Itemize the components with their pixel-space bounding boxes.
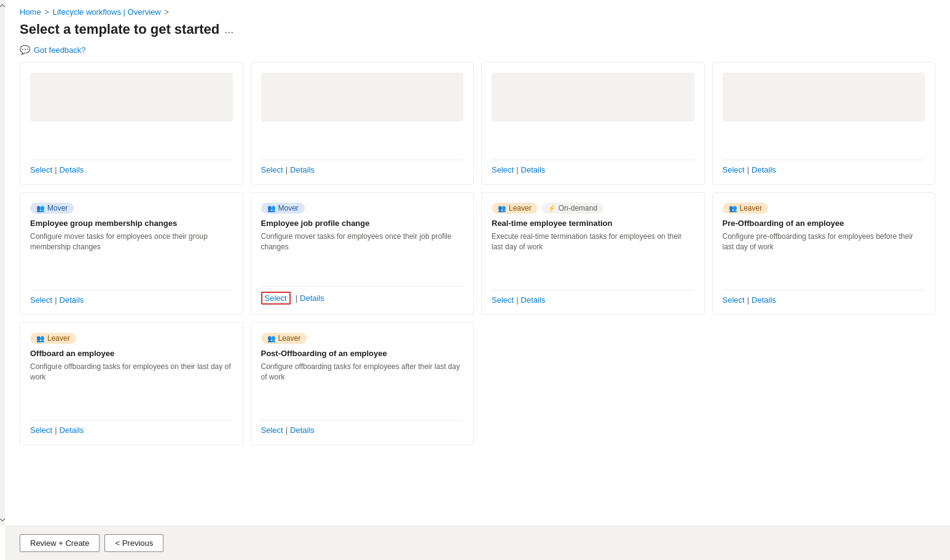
card-term-footer: Select | Details	[492, 290, 694, 305]
card-employee-group: 👥 Mover Employee group membership change…	[20, 192, 243, 315]
card-postoff-footer: Select | Details	[261, 420, 464, 435]
card-image-2	[261, 72, 464, 122]
feedback-row: 💬 Got feedback?	[5, 42, 950, 62]
leaver-icon-off: 👥	[36, 335, 45, 343]
card-group-footer: Select | Details	[30, 290, 233, 305]
card-r1-3: Select | Details	[481, 62, 705, 185]
card-r1-3-details[interactable]: Details	[521, 165, 546, 174]
card-offboard: 👥 Leaver Offboard an employee Configure …	[20, 322, 243, 445]
card-r1-1-footer: Select | Details	[30, 160, 233, 174]
leaver-icon-postoff: 👥	[267, 335, 276, 343]
leaver-icon-preoff: 👥	[729, 204, 737, 212]
card-r1-1-select[interactable]: Select	[30, 165, 52, 174]
card-r1-4-select[interactable]: Select	[723, 165, 745, 174]
cards-row-1: Select | Details Select | Details	[20, 62, 935, 185]
breadcrumb-lifecycle[interactable]: Lifecycle workflows | Overview	[53, 7, 161, 17]
card-group-select[interactable]: Select	[30, 295, 52, 305]
card-postoff-desc: Configure offboarding tasks for employee…	[261, 362, 464, 413]
card-off-title: Offboard an employee	[30, 349, 233, 358]
card-r1-4-footer: Select | Details	[723, 160, 925, 174]
card-preoff-details[interactable]: Details	[752, 295, 776, 305]
card-term-details[interactable]: Details	[521, 295, 546, 305]
card-r1-3-select[interactable]: Select	[492, 165, 514, 174]
card-preoff-badges: 👥 Leaver	[723, 203, 925, 214]
card-r1-1: Select | Details	[20, 62, 243, 185]
card-image-3	[492, 72, 694, 122]
card-term-desc: Execute real-time termination tasks for …	[492, 231, 694, 282]
card-job-footer: Select | Details	[261, 286, 464, 305]
card-job-badges: 👥 Mover	[261, 203, 464, 214]
card-job-profile: 👥 Mover Employee job profile change Conf…	[251, 192, 474, 315]
card-postoff-title: Post-Offboarding of an employee	[261, 349, 464, 358]
card-r1-2: Select | Details	[251, 62, 474, 185]
scroll-down-arrow	[0, 516, 5, 521]
page-title-row: Select a template to get started ...	[5, 19, 950, 42]
card-group-badges: 👥 Mover	[30, 203, 233, 214]
card-group-desc: Configure mover tasks for employees once…	[30, 231, 233, 282]
card-termination: 👥 Leaver ⚡ On-demand Real-time employee …	[481, 192, 705, 315]
card-r1-4: Select | Details	[712, 62, 936, 185]
badge-ondemand-term: ⚡ On-demand	[541, 203, 603, 214]
card-postoff-select[interactable]: Select	[261, 426, 283, 435]
left-sidebar-strip	[0, 0, 5, 526]
card-r1-4-details[interactable]: Details	[752, 165, 776, 174]
badge-mover-group: 👥 Mover	[30, 203, 74, 214]
card-r1-2-select[interactable]: Select	[261, 165, 283, 174]
card-job-desc: Configure mover tasks for employees once…	[261, 231, 464, 279]
badge-leaver-postoff: 👥 Leaver	[261, 333, 307, 344]
card-r1-2-footer: Select | Details	[261, 160, 464, 174]
card-post-offboarding: 👥 Leaver Post-Offboarding of an employee…	[251, 322, 474, 445]
page-title: Select a template to get started	[20, 21, 219, 37]
card-job-details[interactable]: Details	[300, 294, 324, 303]
card-pre-offboarding: 👥 Leaver Pre-Offboarding of an employee …	[712, 192, 936, 315]
breadcrumb-sep2: >	[165, 8, 169, 17]
badge-leaver-off: 👥 Leaver	[30, 333, 76, 344]
card-r1-2-details[interactable]: Details	[290, 165, 315, 174]
card-image-4	[723, 72, 925, 122]
mover-icon: 👥	[36, 204, 45, 212]
card-off-details[interactable]: Details	[60, 426, 84, 435]
card-job-title: Employee job profile change	[261, 219, 464, 228]
card-image-1	[30, 72, 233, 122]
card-postoff-details[interactable]: Details	[290, 426, 315, 435]
card-preoff-title: Pre-Offboarding of an employee	[723, 219, 925, 228]
card-term-title: Real-time employee termination	[492, 219, 694, 228]
card-off-select[interactable]: Select	[30, 426, 52, 435]
breadcrumb: Home > Lifecycle workflows | Overview >	[5, 0, 950, 19]
card-group-title: Employee group membership changes	[30, 219, 233, 228]
breadcrumb-sep1: >	[45, 8, 49, 17]
card-off-footer: Select | Details	[30, 420, 233, 435]
card-off-desc: Configure offboarding tasks for employee…	[30, 362, 233, 413]
scroll-up-arrow	[0, 4, 5, 9]
card-preoff-footer: Select | Details	[723, 290, 925, 305]
cards-row-2: 👥 Mover Employee group membership change…	[20, 192, 935, 315]
leaver-icon-term: 👥	[498, 204, 506, 212]
card-term-badges: 👥 Leaver ⚡ On-demand	[492, 203, 694, 214]
breadcrumb-home[interactable]: Home	[20, 7, 41, 17]
feedback-link[interactable]: Got feedback?	[34, 45, 86, 55]
review-create-button[interactable]: Review + Create	[20, 534, 100, 552]
mover-icon-job: 👥	[267, 204, 276, 212]
card-off-badges: 👥 Leaver	[30, 333, 233, 344]
card-preoff-desc: Configure pre-offboarding tasks for empl…	[723, 231, 925, 282]
card-preoff-select[interactable]: Select	[723, 295, 745, 305]
bottom-bar: Review + Create < Previous	[5, 526, 950, 560]
badge-leaver-term: 👥 Leaver	[492, 203, 538, 214]
badge-leaver-preoff: 👥 Leaver	[723, 203, 769, 214]
card-term-select[interactable]: Select	[492, 295, 514, 305]
card-r1-3-footer: Select | Details	[492, 160, 694, 174]
title-more-options[interactable]: ...	[224, 23, 234, 36]
ondemand-icon-term: ⚡	[548, 204, 556, 212]
card-r1-1-details[interactable]: Details	[60, 165, 84, 174]
cards-row-3: 👥 Leaver Offboard an employee Configure …	[20, 322, 935, 445]
card-group-details[interactable]: Details	[60, 295, 84, 305]
card-job-select[interactable]: Select	[261, 292, 291, 305]
previous-button[interactable]: < Previous	[104, 534, 163, 552]
card-postoff-badges: 👥 Leaver	[261, 333, 464, 344]
feedback-icon: 💬	[20, 45, 30, 55]
badge-mover-job: 👥 Mover	[261, 203, 305, 214]
main-content: Select | Details Select | Details	[5, 62, 950, 526]
